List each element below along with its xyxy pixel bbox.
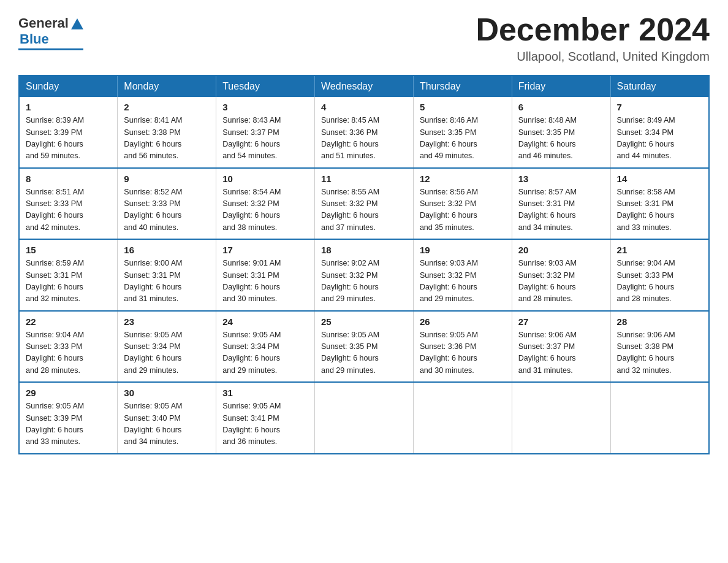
day-info: Sunrise: 8:49 AMSunset: 3:34 PMDaylight:… (617, 116, 675, 160)
calendar-cell: 21 Sunrise: 9:04 AMSunset: 3:33 PMDaylig… (610, 239, 709, 311)
calendar-cell: 9 Sunrise: 8:52 AMSunset: 3:33 PMDayligh… (118, 168, 216, 240)
day-info: Sunrise: 8:41 AMSunset: 3:38 PMDaylight:… (124, 116, 182, 160)
day-number: 13 (518, 174, 604, 184)
day-number: 31 (222, 388, 308, 398)
calendar-cell: 30 Sunrise: 9:05 AMSunset: 3:40 PMDaylig… (118, 382, 216, 454)
location-text: Ullapool, Scotland, United Kingdom (476, 50, 710, 64)
weekday-header-wednesday: Wednesday (315, 75, 414, 97)
day-info: Sunrise: 8:46 AMSunset: 3:35 PMDaylight:… (420, 116, 478, 160)
day-number: 27 (518, 316, 604, 327)
day-number: 18 (321, 245, 407, 255)
day-number: 3 (222, 102, 308, 112)
calendar-cell: 19 Sunrise: 9:03 AMSunset: 3:32 PMDaylig… (413, 239, 512, 311)
page-header: General Blue December 2024 Ullapool, Sco… (18, 12, 710, 64)
day-info: Sunrise: 9:03 AMSunset: 3:32 PMDaylight:… (518, 259, 577, 303)
day-number: 29 (26, 388, 111, 398)
day-number: 2 (124, 102, 210, 112)
calendar-cell: 7 Sunrise: 8:49 AMSunset: 3:34 PMDayligh… (610, 97, 709, 168)
calendar-cell: 4 Sunrise: 8:45 AMSunset: 3:36 PMDayligh… (315, 97, 414, 168)
logo: General Blue (18, 12, 83, 50)
day-info: Sunrise: 9:06 AMSunset: 3:37 PMDaylight:… (518, 331, 577, 375)
calendar-cell: 1 Sunrise: 8:39 AMSunset: 3:39 PMDayligh… (19, 97, 118, 168)
day-info: Sunrise: 9:03 AMSunset: 3:32 PMDaylight:… (420, 259, 478, 303)
day-info: Sunrise: 8:52 AMSunset: 3:33 PMDaylight:… (124, 188, 182, 232)
calendar-cell: 5 Sunrise: 8:46 AMSunset: 3:35 PMDayligh… (413, 97, 512, 168)
day-info: Sunrise: 9:06 AMSunset: 3:38 PMDaylight:… (617, 331, 675, 375)
logo-general-text: General (18, 15, 69, 31)
title-section: December 2024 Ullapool, Scotland, United… (476, 12, 710, 64)
calendar-cell: 2 Sunrise: 8:41 AMSunset: 3:38 PMDayligh… (118, 97, 216, 168)
calendar-cell: 8 Sunrise: 8:51 AMSunset: 3:33 PMDayligh… (19, 168, 118, 240)
weekday-header-sunday: Sunday (19, 75, 118, 97)
day-info: Sunrise: 8:54 AMSunset: 3:32 PMDaylight:… (222, 188, 281, 232)
calendar-cell (413, 382, 512, 454)
logo-blue-text: Blue (20, 31, 49, 47)
calendar-cell: 11 Sunrise: 8:55 AMSunset: 3:32 PMDaylig… (315, 168, 414, 240)
calendar-cell (315, 382, 414, 454)
day-number: 28 (617, 316, 702, 327)
calendar-cell: 13 Sunrise: 8:57 AMSunset: 3:31 PMDaylig… (512, 168, 610, 240)
calendar-cell: 29 Sunrise: 9:05 AMSunset: 3:39 PMDaylig… (19, 382, 118, 454)
calendar-week-1: 1 Sunrise: 8:39 AMSunset: 3:39 PMDayligh… (19, 97, 709, 168)
day-number: 14 (617, 174, 702, 184)
day-number: 24 (222, 316, 308, 327)
day-info: Sunrise: 8:55 AMSunset: 3:32 PMDaylight:… (321, 188, 379, 232)
day-number: 11 (321, 174, 407, 184)
day-number: 15 (26, 245, 111, 255)
day-number: 6 (518, 102, 604, 112)
day-info: Sunrise: 9:01 AMSunset: 3:31 PMDaylight:… (222, 259, 281, 303)
calendar-cell: 22 Sunrise: 9:04 AMSunset: 3:33 PMDaylig… (19, 311, 118, 383)
day-info: Sunrise: 8:43 AMSunset: 3:37 PMDaylight:… (222, 116, 281, 160)
day-info: Sunrise: 8:57 AMSunset: 3:31 PMDaylight:… (518, 188, 577, 232)
calendar-cell: 17 Sunrise: 9:01 AMSunset: 3:31 PMDaylig… (216, 239, 315, 311)
calendar-week-3: 15 Sunrise: 8:59 AMSunset: 3:31 PMDaylig… (19, 239, 709, 311)
day-info: Sunrise: 9:05 AMSunset: 3:39 PMDaylight:… (26, 402, 84, 446)
day-number: 19 (420, 245, 506, 255)
calendar-cell: 18 Sunrise: 9:02 AMSunset: 3:32 PMDaylig… (315, 239, 414, 311)
calendar-cell: 20 Sunrise: 9:03 AMSunset: 3:32 PMDaylig… (512, 239, 610, 311)
calendar-cell: 27 Sunrise: 9:06 AMSunset: 3:37 PMDaylig… (512, 311, 610, 383)
day-number: 26 (420, 316, 506, 327)
logo-triangle-icon (71, 18, 83, 29)
calendar-cell: 3 Sunrise: 8:43 AMSunset: 3:37 PMDayligh… (216, 97, 315, 168)
calendar-cell: 14 Sunrise: 8:58 AMSunset: 3:31 PMDaylig… (610, 168, 709, 240)
day-info: Sunrise: 9:04 AMSunset: 3:33 PMDaylight:… (26, 331, 84, 375)
day-info: Sunrise: 9:02 AMSunset: 3:32 PMDaylight:… (321, 259, 379, 303)
calendar-table: SundayMondayTuesdayWednesdayThursdayFrid… (18, 75, 710, 454)
day-number: 30 (124, 388, 210, 398)
day-info: Sunrise: 8:58 AMSunset: 3:31 PMDaylight:… (617, 188, 675, 232)
weekday-header-row: SundayMondayTuesdayWednesdayThursdayFrid… (19, 75, 709, 97)
calendar-cell: 16 Sunrise: 9:00 AMSunset: 3:31 PMDaylig… (118, 239, 216, 311)
calendar-cell (610, 382, 709, 454)
day-number: 25 (321, 316, 407, 327)
day-number: 9 (124, 174, 210, 184)
weekday-header-saturday: Saturday (610, 75, 709, 97)
month-title: December 2024 (476, 12, 710, 47)
day-info: Sunrise: 8:59 AMSunset: 3:31 PMDaylight:… (26, 259, 84, 303)
calendar-week-2: 8 Sunrise: 8:51 AMSunset: 3:33 PMDayligh… (19, 168, 709, 240)
day-number: 21 (617, 245, 702, 255)
day-number: 17 (222, 245, 308, 255)
weekday-header-thursday: Thursday (413, 75, 512, 97)
day-number: 1 (26, 102, 111, 112)
day-info: Sunrise: 8:56 AMSunset: 3:32 PMDaylight:… (420, 188, 478, 232)
day-number: 8 (26, 174, 111, 184)
day-info: Sunrise: 8:51 AMSunset: 3:33 PMDaylight:… (26, 188, 84, 232)
calendar-week-4: 22 Sunrise: 9:04 AMSunset: 3:33 PMDaylig… (19, 311, 709, 383)
calendar-cell: 26 Sunrise: 9:05 AMSunset: 3:36 PMDaylig… (413, 311, 512, 383)
day-info: Sunrise: 8:39 AMSunset: 3:39 PMDaylight:… (26, 116, 84, 160)
calendar-week-5: 29 Sunrise: 9:05 AMSunset: 3:39 PMDaylig… (19, 382, 709, 454)
day-number: 23 (124, 316, 210, 327)
calendar-cell: 28 Sunrise: 9:06 AMSunset: 3:38 PMDaylig… (610, 311, 709, 383)
calendar-cell: 6 Sunrise: 8:48 AMSunset: 3:35 PMDayligh… (512, 97, 610, 168)
calendar-cell: 23 Sunrise: 9:05 AMSunset: 3:34 PMDaylig… (118, 311, 216, 383)
day-info: Sunrise: 9:05 AMSunset: 3:41 PMDaylight:… (222, 402, 281, 446)
calendar-cell: 31 Sunrise: 9:05 AMSunset: 3:41 PMDaylig… (216, 382, 315, 454)
day-info: Sunrise: 9:05 AMSunset: 3:36 PMDaylight:… (420, 331, 478, 375)
day-number: 5 (420, 102, 506, 112)
calendar-cell: 24 Sunrise: 9:05 AMSunset: 3:34 PMDaylig… (216, 311, 315, 383)
weekday-header-friday: Friday (512, 75, 610, 97)
day-info: Sunrise: 8:48 AMSunset: 3:35 PMDaylight:… (518, 116, 577, 160)
day-number: 16 (124, 245, 210, 255)
weekday-header-tuesday: Tuesday (216, 75, 315, 97)
